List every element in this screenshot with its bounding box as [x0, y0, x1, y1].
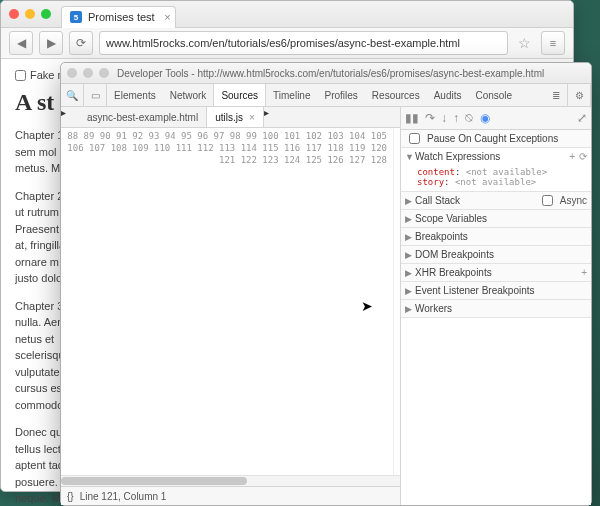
tab-network[interactable]: Network — [163, 84, 214, 106]
watch-body: content: <not available> story: <not ava… — [401, 165, 591, 191]
file-tab-html[interactable]: async-best-example.html — [79, 107, 207, 127]
async-checkbox[interactable] — [542, 195, 553, 206]
pause-icon[interactable]: ▮▮ — [405, 111, 419, 125]
show-console-icon[interactable]: ≣ — [545, 84, 568, 106]
xhr-breakpoints-header[interactable]: ▶XHR Breakpoints+ — [401, 264, 591, 281]
code-editor[interactable]: 88 89 90 91 92 93 94 95 96 97 98 99 100 … — [61, 128, 400, 475]
nav-forward-button[interactable]: ▶ — [39, 31, 63, 55]
devtools-titlebar: Developer Tools - http://www.html5rocks.… — [61, 63, 591, 84]
pause-on-caught-checkbox[interactable] — [409, 133, 420, 144]
cursor-position: Line 121, Column 1 — [80, 491, 167, 502]
fake-delay-checkbox[interactable] — [15, 70, 26, 81]
step-over-icon[interactable]: ↷ — [425, 111, 435, 125]
breakpoints-header[interactable]: ▶Breakpoints — [401, 228, 591, 245]
file-tab-overflow-icon[interactable]: ▸ — [264, 107, 282, 127]
maximize-devtools-button[interactable] — [99, 68, 109, 78]
url-text: www.html5rocks.com/en/tutorials/es6/prom… — [106, 37, 460, 49]
devtools-panel-tabs: 🔍 ▭ Elements Network Sources Timeline Pr… — [61, 84, 591, 107]
close-window-button[interactable] — [9, 9, 19, 19]
show-navigator-icon[interactable]: ▸ — [61, 107, 79, 127]
sources-panel: ▸ async-best-example.html utils.js× ▸ 88… — [61, 107, 401, 505]
tab-audits[interactable]: Audits — [427, 84, 469, 106]
browser-titlebar: 5 Promises test × — [1, 1, 573, 28]
maximize-window-button[interactable] — [41, 9, 51, 19]
tab-resources[interactable]: Resources — [365, 84, 427, 106]
watch-expressions-header[interactable]: ▼Watch Expressions + ⟳ — [401, 148, 591, 165]
tab-sources[interactable]: Sources — [213, 84, 266, 106]
tab-elements[interactable]: Elements — [107, 84, 163, 106]
add-watch-icon[interactable]: + — [569, 151, 575, 162]
browser-tab[interactable]: 5 Promises test × — [61, 6, 176, 28]
inspect-icon[interactable]: 🔍 — [61, 84, 84, 106]
favicon-icon: 5 — [70, 11, 82, 23]
add-xhr-bp-icon[interactable]: + — [581, 267, 587, 278]
refresh-watch-icon[interactable]: ⟳ — [579, 151, 587, 162]
code-text[interactable]: var waitTime = 3000 * Math.random() * fa… — [394, 128, 400, 475]
line-gutter: 88 89 90 91 92 93 94 95 96 97 98 99 100 … — [61, 128, 394, 475]
minimize-devtools-button[interactable] — [83, 68, 93, 78]
device-mode-icon[interactable]: ▭ — [84, 84, 107, 106]
url-input[interactable]: www.html5rocks.com/en/tutorials/es6/prom… — [99, 31, 508, 55]
debugger-sidebar: ▮▮ ↷ ↓ ↑ ⦰ ◉ ⤢ Pause On Caught Exception… — [401, 107, 591, 505]
nav-reload-button[interactable]: ⟳ — [69, 31, 93, 55]
horizontal-scrollbar[interactable] — [61, 475, 400, 486]
sources-statusbar: {} Line 121, Column 1 — [61, 486, 400, 505]
nav-back-button[interactable]: ◀ — [9, 31, 33, 55]
scope-variables-header[interactable]: ▶Scope Variables — [401, 210, 591, 227]
window-controls — [9, 9, 51, 19]
minimize-window-button[interactable] — [25, 9, 35, 19]
devtools-window: Developer Tools - http://www.html5rocks.… — [60, 62, 592, 506]
pause-on-caught-row[interactable]: Pause On Caught Exceptions — [401, 130, 591, 147]
file-tab-strip: ▸ async-best-example.html utils.js× ▸ — [61, 107, 400, 128]
tab-profiles[interactable]: Profiles — [317, 84, 364, 106]
tab-console[interactable]: Console — [468, 84, 519, 106]
close-devtools-button[interactable] — [67, 68, 77, 78]
call-stack-header[interactable]: ▶Call Stack Async — [401, 192, 591, 209]
pretty-print-icon[interactable]: {} — [67, 491, 74, 502]
menu-icon[interactable]: ≡ — [541, 31, 565, 55]
event-listener-bp-header[interactable]: ▶Event Listener Breakpoints — [401, 282, 591, 299]
deactivate-bp-icon[interactable]: ⦰ — [465, 111, 474, 125]
collapse-sidebar-icon[interactable]: ⤢ — [577, 111, 587, 125]
settings-icon[interactable]: ⚙ — [568, 84, 591, 106]
tab-title: Promises test — [88, 11, 155, 23]
devtools-title-text: Developer Tools - http://www.html5rocks.… — [117, 68, 544, 79]
bookmark-star-icon[interactable]: ☆ — [514, 35, 535, 51]
file-tab-utils[interactable]: utils.js× — [207, 107, 264, 127]
close-tab-icon[interactable]: × — [164, 11, 170, 23]
mouse-cursor-icon: ➤ — [361, 298, 373, 314]
close-file-icon[interactable]: × — [249, 112, 255, 123]
pause-on-exceptions-icon[interactable]: ◉ — [480, 111, 490, 125]
workers-header[interactable]: ▶Workers — [401, 300, 591, 317]
browser-toolbar: ◀ ▶ ⟳ www.html5rocks.com/en/tutorials/es… — [1, 28, 573, 59]
step-into-icon[interactable]: ↓ — [441, 111, 447, 125]
step-out-icon[interactable]: ↑ — [453, 111, 459, 125]
dom-breakpoints-header[interactable]: ▶DOM Breakpoints — [401, 246, 591, 263]
tab-timeline[interactable]: Timeline — [266, 84, 317, 106]
debugger-controls: ▮▮ ↷ ↓ ↑ ⦰ ◉ ⤢ — [401, 107, 591, 130]
